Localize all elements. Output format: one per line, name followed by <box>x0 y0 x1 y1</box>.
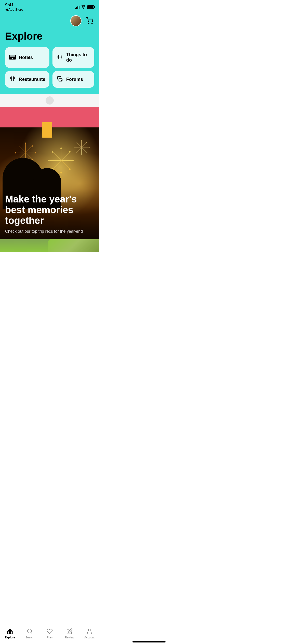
things-to-do-label: Things to do <box>66 52 90 63</box>
scroll-dot <box>46 96 54 105</box>
status-bar: 9:41 ◀ App Store <box>0 0 99 13</box>
hero-overlay: Make the year's best memories together C… <box>0 189 99 239</box>
svg-line-44 <box>82 148 87 153</box>
svg-line-42 <box>82 143 87 148</box>
category-grid: Hotels Things to do <box>5 47 94 88</box>
forums-button[interactable]: Forums <box>52 71 94 88</box>
restaurants-button[interactable]: Restaurants <box>5 71 49 88</box>
battery-icon <box>87 5 94 9</box>
restaurants-icon <box>9 76 16 83</box>
cart-icon <box>86 17 93 24</box>
things-to-do-icon <box>57 54 63 61</box>
svg-point-49 <box>81 140 82 141</box>
svg-rect-4 <box>10 58 11 59</box>
avatar[interactable] <box>70 15 82 26</box>
strip-decoration <box>48 239 99 252</box>
svg-point-0 <box>83 8 84 8</box>
back-arrow-icon: ◀ <box>5 8 8 11</box>
bottom-strip <box>0 239 99 252</box>
forums-icon <box>57 76 63 83</box>
cart-button[interactable] <box>85 16 94 25</box>
svg-point-2 <box>92 23 92 24</box>
scroll-indicator <box>0 94 99 107</box>
wifi-icon <box>81 5 86 9</box>
svg-line-48 <box>76 143 82 148</box>
yellow-accent-decoration <box>42 122 52 138</box>
svg-point-50 <box>86 142 87 143</box>
svg-line-34 <box>19 147 25 153</box>
page-title: Explore <box>5 31 94 42</box>
svg-point-20 <box>69 151 71 153</box>
hotels-icon <box>9 54 16 61</box>
svg-point-36 <box>32 145 33 147</box>
svg-point-35 <box>25 143 26 144</box>
status-appstore: ◀ App Store <box>5 8 23 11</box>
hero-subtext: Check out our top trip recs for the year… <box>5 229 94 234</box>
hotels-button[interactable]: Hotels <box>5 47 49 68</box>
header-section: Explore Hotels <box>0 13 99 94</box>
status-icons <box>75 5 94 9</box>
svg-point-51 <box>89 147 90 148</box>
hotels-label: Hotels <box>19 55 33 60</box>
svg-point-26 <box>52 151 53 153</box>
svg-line-28 <box>25 147 32 153</box>
svg-line-46 <box>76 148 82 153</box>
signal-icon <box>75 5 79 9</box>
svg-point-19 <box>60 148 62 149</box>
status-time: 9:41 <box>5 3 14 8</box>
hero-headline: Make the year's best memories together <box>5 194 94 226</box>
restaurants-label: Restaurants <box>19 77 45 82</box>
things-to-do-button[interactable]: Things to do <box>52 47 94 68</box>
svg-point-1 <box>88 23 89 24</box>
header-top-row <box>5 13 94 31</box>
hero-section: Make the year's best memories together C… <box>0 107 99 239</box>
forums-label: Forums <box>66 77 83 82</box>
svg-rect-5 <box>13 58 15 59</box>
